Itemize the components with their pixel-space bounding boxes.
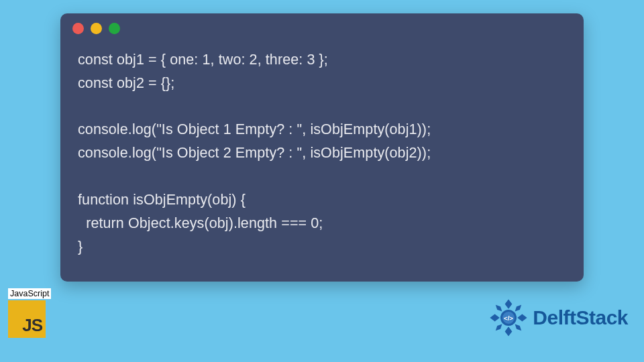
brand-name: DelftStack xyxy=(533,306,628,329)
window-titlebar xyxy=(60,13,584,43)
javascript-label: JavaScript xyxy=(8,288,51,299)
javascript-badge: JavaScript JS xyxy=(8,287,52,338)
javascript-logo-text: JS xyxy=(22,315,42,336)
brand-logo-icon: </> xyxy=(488,298,529,338)
svg-text:</>: </> xyxy=(504,314,513,322)
code-window: const obj1 = { one: 1, two: 2, three: 3 … xyxy=(60,13,584,282)
minimize-icon[interactable] xyxy=(91,23,102,34)
close-icon[interactable] xyxy=(72,23,84,34)
brand: </> DelftStack xyxy=(488,298,628,338)
maximize-icon[interactable] xyxy=(109,23,120,34)
code-block: const obj1 = { one: 1, two: 2, three: 3 … xyxy=(60,43,584,272)
javascript-logo-icon: JS xyxy=(8,300,46,338)
